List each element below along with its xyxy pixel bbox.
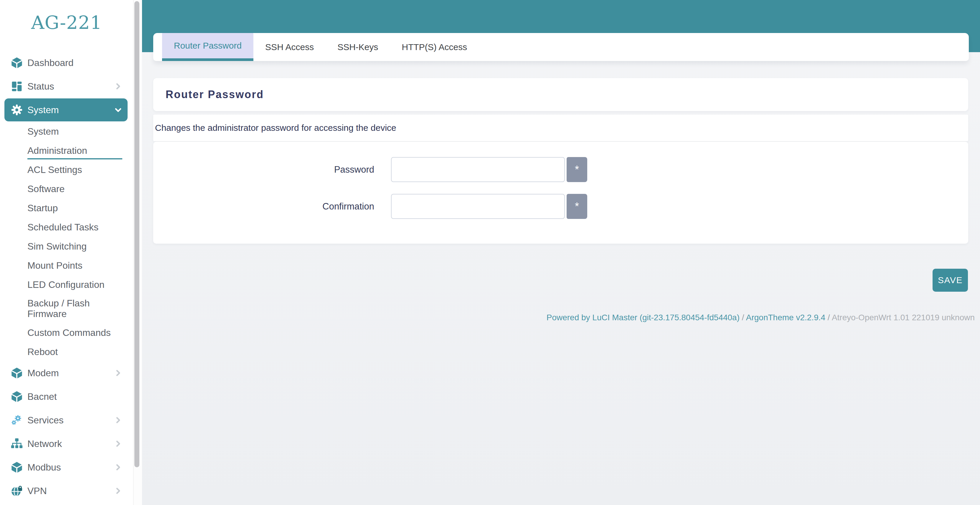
page-title: Router Password xyxy=(165,78,264,111)
sidebar-item-label: Sim Switching xyxy=(27,241,122,252)
footer: Powered by LuCI Master (git-23.175.80454… xyxy=(547,313,975,325)
sidebar-item-label: Modbus xyxy=(27,462,122,473)
sidebar-item-label: Status xyxy=(27,81,122,92)
sidebar-item-modbus[interactable]: Modbus xyxy=(0,456,133,479)
page-description-band: Changes the administrator password for a… xyxy=(153,115,968,141)
sidebar-item-administration[interactable]: Administration xyxy=(0,141,133,160)
brand-logo: AG-221 xyxy=(0,8,133,37)
sidebar-item-label: Scheduled Tasks xyxy=(27,222,122,233)
sidebar-item-acl-settings[interactable]: ACL Settings xyxy=(0,160,133,179)
sidebar-item-custom-commands[interactable]: Custom Commands xyxy=(0,323,133,342)
password-label: Password xyxy=(165,157,374,182)
sidebar-item-dashboard[interactable]: Dashboard xyxy=(0,51,133,75)
password-input[interactable] xyxy=(391,157,565,182)
sidebar-item-system[interactable]: System xyxy=(0,98,133,122)
password-reveal-button[interactable]: * xyxy=(566,157,587,182)
confirmation-row: Confirmation * xyxy=(153,194,968,219)
cube-icon xyxy=(11,367,23,379)
globe-lock-icon xyxy=(11,485,23,497)
sidebar-item-label: Reboot xyxy=(27,346,122,357)
sidebar-item-label: LED Configuration xyxy=(27,279,122,290)
password-row: Password * xyxy=(153,157,968,182)
page-description: Changes the administrator password for a… xyxy=(155,115,396,141)
chevron-right-icon xyxy=(113,486,123,495)
sidebar-item-label: ACL Settings xyxy=(27,164,122,175)
sidebar-item-label: Backup / Flash Firmware xyxy=(27,298,122,319)
gears-icon xyxy=(11,414,23,426)
sitemap-icon xyxy=(11,438,23,450)
cube-icon xyxy=(11,57,23,69)
password-form-card: Password * Confirmation * xyxy=(153,142,968,244)
sidebar-item-label: Administration xyxy=(27,145,122,156)
sidebar-item-vpn[interactable]: VPN xyxy=(0,479,133,503)
cube-icon xyxy=(11,390,23,403)
app-root: AG-221 Dashboard Status SystemSystemAdmi… xyxy=(0,0,980,505)
chevron-right-icon xyxy=(113,81,123,91)
footer-separator: / xyxy=(828,313,830,322)
luci-version-link[interactable]: Powered by LuCI Master (git-23.175.80454… xyxy=(547,313,740,322)
tab-ssh-access[interactable]: SSH Access xyxy=(253,33,326,61)
sidebar-item-scheduled-tasks[interactable]: Scheduled Tasks xyxy=(0,217,133,237)
page-title-card: Router Password xyxy=(153,78,968,111)
tab-ssh-keys[interactable]: SSH-Keys xyxy=(326,33,390,61)
sidebar-item-label: Bacnet xyxy=(27,391,122,402)
sidebar-item-software[interactable]: Software xyxy=(0,179,133,198)
sidebar-item-bacnet[interactable]: Bacnet xyxy=(0,385,133,408)
sidebar-item-label: Network xyxy=(27,438,122,449)
tab-bar: Router PasswordSSH AccessSSH-KeysHTTP(S)… xyxy=(153,33,969,61)
sidebar: AG-221 Dashboard Status SystemSystemAdmi… xyxy=(0,0,134,505)
main-area: Router PasswordSSH AccessSSH-KeysHTTP(S)… xyxy=(142,0,980,505)
sidebar-item-label: Dashboard xyxy=(27,57,122,68)
firmware-version-text: Atreyo-OpenWrt 1.01 221019 unknown xyxy=(832,313,975,322)
theme-version-link[interactable]: ArgonTheme v2.2.9.4 xyxy=(746,313,825,322)
sidebar-item-backup-flash-firmware[interactable]: Backup / Flash Firmware xyxy=(0,294,133,323)
sidebar-item-network[interactable]: Network xyxy=(0,432,133,456)
confirmation-reveal-button[interactable]: * xyxy=(566,194,587,219)
tab-http-s-access[interactable]: HTTP(S) Access xyxy=(390,33,479,61)
sidebar-scrollbar-thumb[interactable] xyxy=(134,1,139,467)
cube-icon xyxy=(11,461,23,473)
confirmation-label: Confirmation xyxy=(165,194,374,219)
sidebar-item-system[interactable]: System xyxy=(0,122,133,141)
confirmation-input[interactable] xyxy=(391,194,565,219)
active-page-underline xyxy=(27,158,122,159)
chevron-down-icon xyxy=(113,105,123,115)
tab-router-password[interactable]: Router Password xyxy=(162,33,253,61)
sidebar-scrollbar-track xyxy=(133,0,142,505)
sidebar-item-mount-points[interactable]: Mount Points xyxy=(0,256,133,275)
sidebar-item-label: Modem xyxy=(27,368,122,378)
sidebar-item-sim-switching[interactable]: Sim Switching xyxy=(0,237,133,256)
sidebar-item-label: Software xyxy=(27,183,122,194)
sidebar-item-modem[interactable]: Modem xyxy=(0,361,133,385)
chevron-right-icon xyxy=(113,416,123,425)
sidebar-item-label: VPN xyxy=(27,486,122,496)
sidebar-item-label: System xyxy=(27,105,122,115)
sidebar-item-led-configuration[interactable]: LED Configuration xyxy=(0,275,133,294)
sidebar-menu: Dashboard Status SystemSystemAdministrat… xyxy=(0,51,133,503)
chevron-right-icon xyxy=(113,463,123,472)
gear-icon xyxy=(11,104,23,116)
sidebar-item-label: Services xyxy=(27,415,122,425)
sidebar-item-startup[interactable]: Startup xyxy=(0,198,133,217)
save-button[interactable]: SAVE xyxy=(932,269,968,292)
footer-separator: / xyxy=(742,313,744,322)
chevron-right-icon xyxy=(113,439,123,448)
sidebar-item-label: Mount Points xyxy=(27,260,122,271)
sidebar-item-label: Custom Commands xyxy=(27,327,122,338)
sidebar-item-status[interactable]: Status xyxy=(0,75,133,98)
sidebar-item-reboot[interactable]: Reboot xyxy=(0,342,133,361)
chevron-right-icon xyxy=(113,368,123,378)
sidebar-item-label: System xyxy=(27,126,122,137)
sidebar-item-label: Startup xyxy=(27,203,122,213)
grid-icon xyxy=(11,80,23,92)
sidebar-item-services[interactable]: Services xyxy=(0,408,133,432)
